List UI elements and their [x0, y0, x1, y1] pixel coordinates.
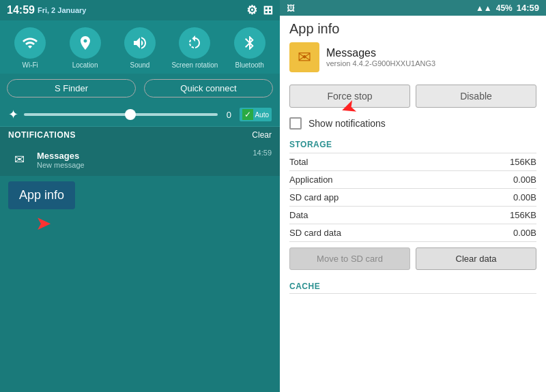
bottom-action-buttons: Move to SD card Clear data: [280, 242, 546, 275]
gear-icon[interactable]: ⚙: [246, 3, 257, 18]
clear-data-button[interactable]: Clear data: [416, 247, 536, 270]
left-panel: 14:59 Fri, 2 January ⚙ ⊞ Wi-Fi Location …: [0, 0, 280, 392]
right-status-bar: 🖼 ▲▲ 45% 14:59: [280, 0, 546, 16]
quick-icon-wifi[interactable]: Wi-Fi: [6, 27, 54, 70]
bluetooth-label: Bluetooth: [235, 61, 264, 70]
show-notifications-row[interactable]: Show notifications ➤: [280, 112, 546, 135]
left-date: Fri, 2 January: [38, 6, 87, 14]
app-info-popup[interactable]: App info: [8, 181, 75, 209]
storage-row-sdcard-app: SD card app 0.00B: [280, 189, 546, 206]
auto-checkbox: ✓: [242, 109, 253, 120]
left-status-bar: 14:59 Fri, 2 January ⚙ ⊞: [0, 0, 280, 20]
right-time: 14:59: [517, 3, 539, 13]
brightness-slider[interactable]: [24, 113, 218, 116]
show-notifications-checkbox[interactable]: [289, 117, 302, 130]
screen-rotation-label: Screen rotation: [171, 61, 218, 70]
storage-key-sdcard-data: SD card data: [289, 228, 341, 238]
cache-section: CACHE: [280, 275, 546, 293]
right-signal-icon: ▲▲: [476, 3, 492, 13]
wifi-label: Wi-Fi: [23, 61, 38, 70]
quick-connect-button[interactable]: Quick connect: [144, 79, 273, 97]
left-time: 14:59: [7, 4, 35, 16]
app-name-block: Messages version 4.4.2-G900HXXU1ANG3: [326, 47, 435, 67]
notification-item-messages[interactable]: ✉ Messages New message 14:59: [0, 143, 280, 176]
notification-app-name: Messages: [37, 151, 246, 161]
notification-sub-text: New message: [37, 161, 246, 169]
action-buttons-row: Force stop Disable: [280, 80, 546, 112]
storage-row-data: Data 156KB: [280, 207, 546, 224]
storage-val-sdcard-app: 0.00B: [513, 192, 536, 202]
quick-icon-bluetooth[interactable]: Bluetooth: [226, 27, 274, 70]
right-panel: 🖼 ▲▲ 45% 14:59 App info ✉ Messages versi…: [280, 0, 546, 392]
messages-app-icon: ✉: [298, 48, 311, 67]
messages-notification-icon: ✉: [8, 149, 30, 170]
red-arrow-left: ➤: [35, 212, 51, 235]
storage-key-application: Application: [289, 175, 333, 185]
arrow-container-left: ➤: [0, 209, 280, 237]
quick-icon-location[interactable]: Location: [61, 27, 109, 70]
quick-icon-sound[interactable]: Sound: [116, 27, 164, 70]
storage-section-label: STORAGE: [289, 140, 332, 149]
utility-buttons-row: S Finder Quick connect: [0, 74, 280, 103]
cache-section-label: CACHE: [289, 282, 320, 291]
storage-row-total: Total 156KB: [280, 153, 546, 170]
app-info-row: ✉ Messages version 4.4.2-G900HXXU1ANG3: [289, 42, 536, 72]
quick-icon-screen-rotation[interactable]: Screen rotation: [171, 27, 218, 70]
location-label: Location: [72, 61, 98, 70]
brightness-thumb: [125, 109, 136, 120]
grid-icon[interactable]: ⊞: [263, 3, 273, 18]
brightness-row: ✦ 0 ✓ Auto: [0, 103, 280, 126]
location-circle: [70, 27, 101, 59]
auto-label: Auto: [255, 111, 269, 119]
right-battery: 45%: [496, 3, 513, 13]
storage-row-sdcard-data: SD card data 0.00B: [280, 224, 546, 241]
storage-val-sdcard-data: 0.00B: [513, 228, 536, 238]
app-info-popup-container: App info: [0, 176, 280, 209]
app-info-label: App info: [19, 188, 64, 202]
storage-row-application: Application 0.00B: [280, 171, 546, 188]
storage-key-data: Data: [289, 210, 308, 220]
app-info-section: App info ✉ Messages version 4.4.2-G900HX…: [280, 16, 546, 80]
notifications-header: NOTIFICATIONS Clear: [0, 126, 280, 143]
move-to-sd-card-button: Move to SD card: [289, 247, 410, 270]
notification-time: 14:59: [253, 149, 272, 157]
notifications-title: NOTIFICATIONS: [8, 130, 76, 140]
storage-val-application: 0.00B: [513, 175, 536, 185]
storage-key-sdcard-app: SD card app: [289, 192, 339, 202]
screen-rotation-circle: [179, 27, 210, 59]
brightness-value: 0: [223, 110, 234, 120]
brightness-auto[interactable]: ✓ Auto: [240, 108, 272, 121]
storage-header: STORAGE: [280, 135, 546, 153]
right-image-icon: 🖼: [287, 3, 295, 13]
disable-button[interactable]: Disable: [416, 85, 536, 108]
app-name: Messages: [326, 47, 435, 59]
storage-val-total: 156KB: [510, 157, 536, 167]
sound-label: Sound: [130, 61, 150, 70]
app-info-page-title: App info: [289, 21, 536, 37]
storage-val-data: 156KB: [510, 210, 536, 220]
storage-key-total: Total: [289, 157, 308, 167]
quick-icons-row: Wi-Fi Location Sound Screen rotation Blu…: [0, 20, 280, 74]
wifi-circle: [14, 27, 46, 59]
s-finder-button[interactable]: S Finder: [7, 79, 136, 97]
sound-circle: [124, 27, 156, 59]
app-icon-box: ✉: [289, 42, 319, 72]
clear-notifications-button[interactable]: Clear: [252, 130, 272, 140]
notification-text: Messages New message: [37, 151, 246, 169]
app-version: version 4.4.2-G900HXXU1ANG3: [326, 59, 435, 67]
bluetooth-circle: [234, 27, 265, 59]
brightness-icon: ✦: [8, 107, 18, 122]
